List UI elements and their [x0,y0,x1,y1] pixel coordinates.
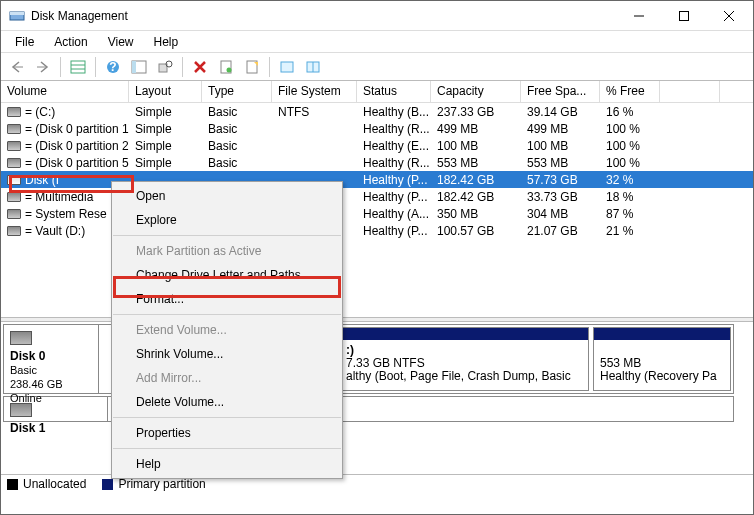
delete-button[interactable] [188,55,212,79]
svg-rect-6 [71,61,85,73]
close-button[interactable] [706,2,751,30]
volume-row[interactable]: = (C:)SimpleBasicNTFSHealthy (B...237.33… [1,103,753,120]
legend-unallocated: Unallocated [7,477,86,491]
back-button[interactable] [5,55,29,79]
settings-button[interactable] [153,55,177,79]
volume-icon [7,226,21,236]
forward-button[interactable] [31,55,55,79]
volume-icon [7,124,21,134]
partition[interactable]: 553 MBHealthy (Recovery Pa [593,327,731,391]
col-status[interactable]: Status [357,81,431,102]
new-partition-button[interactable] [240,55,264,79]
ctx-shrink-volume[interactable]: Shrink Volume... [112,342,342,366]
col-volume[interactable]: Volume [1,81,129,102]
col-layout[interactable]: Layout [129,81,202,102]
menu-view[interactable]: View [100,33,142,51]
svg-rect-12 [132,61,136,73]
toolbar: ? [1,53,753,81]
volume-icon [7,192,21,202]
volume-icon [7,158,21,168]
volume-icon [7,175,21,185]
titlebar: Disk Management [1,1,753,31]
svg-rect-3 [679,11,688,20]
svg-rect-1 [10,12,24,15]
col-filesystem[interactable]: File System [272,81,357,102]
ctx-add-mirror: Add Mirror... [112,366,342,390]
svg-point-16 [227,67,232,72]
column-headers: Volume Layout Type File System Status Ca… [1,81,753,103]
menu-action[interactable]: Action [46,33,95,51]
window-title: Disk Management [31,9,616,23]
help-button[interactable]: ? [101,55,125,79]
volume-icon [7,141,21,151]
volume-icon [7,107,21,117]
menu-file[interactable]: File [7,33,42,51]
disk-icon [10,403,32,417]
col-spacer [660,81,720,102]
col-type[interactable]: Type [202,81,272,102]
disk-info: Disk 1 [4,397,108,421]
minimize-button[interactable] [616,2,661,30]
ctx-open[interactable]: Open [112,184,342,208]
context-menu: OpenExploreMark Partition as ActiveChang… [111,181,343,479]
svg-rect-18 [281,62,293,72]
disk-info: Disk 0Basic238.46 GBOnline [4,325,99,393]
menu-help[interactable]: Help [146,33,187,51]
ctx-format[interactable]: Format... [112,287,342,311]
refresh-button[interactable] [275,55,299,79]
ctx-explore[interactable]: Explore [112,208,342,232]
partition[interactable]: :)7.33 GB NTFSalthy (Boot, Page File, Cr… [339,327,589,391]
ctx-delete-volume[interactable]: Delete Volume... [112,390,342,414]
ctx-change-drive-letter-and-paths[interactable]: Change Drive Letter and Paths... [112,263,342,287]
svg-text:?: ? [109,60,116,74]
menubar: File Action View Help [1,31,753,53]
col-pctfree[interactable]: % Free [600,81,660,102]
maximize-button[interactable] [661,2,706,30]
rescan-button[interactable] [301,55,325,79]
ctx-mark-partition-as-active: Mark Partition as Active [112,239,342,263]
table-view-button[interactable] [66,55,90,79]
ctx-help[interactable]: Help [112,452,342,476]
properties-button[interactable] [214,55,238,79]
disk-icon [10,331,32,345]
col-capacity[interactable]: Capacity [431,81,521,102]
ctx-extend-volume: Extend Volume... [112,318,342,342]
app-icon [9,8,25,24]
ctx-properties[interactable]: Properties [112,421,342,445]
volume-row[interactable]: = (Disk 0 partition 1)SimpleBasicHealthy… [1,120,753,137]
volume-row[interactable]: = (Disk 0 partition 5)SimpleBasicHealthy… [1,154,753,171]
graphical-view-button[interactable] [127,55,151,79]
volume-icon [7,209,21,219]
col-freespace[interactable]: Free Spa... [521,81,600,102]
volume-row[interactable]: = (Disk 0 partition 2)SimpleBasicHealthy… [1,137,753,154]
